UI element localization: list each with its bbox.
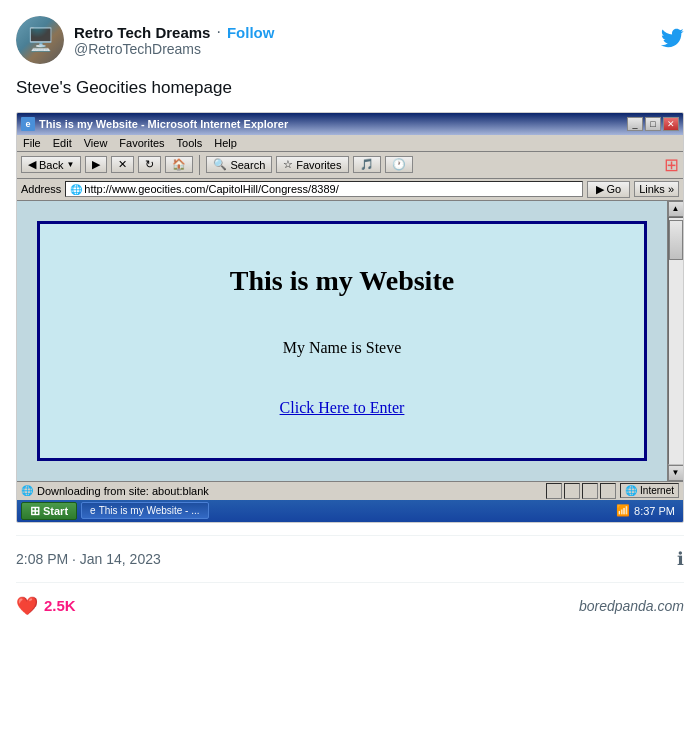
tweet-footer: 2:08 PM · Jan 14, 2023 ℹ <box>16 535 684 582</box>
history-icon: 🕐 <box>392 158 406 171</box>
search-button[interactable]: 🔍 Search <box>206 156 272 173</box>
stop-icon: ✕ <box>118 158 127 171</box>
media-icon: 🎵 <box>360 158 374 171</box>
status-icon: 🌐 <box>21 485 33 496</box>
like-count: 2.5K <box>44 597 76 614</box>
taskbar-item-label: This is my Website - ... <box>99 505 200 516</box>
status-panel-2 <box>564 483 580 499</box>
internet-zone-label: Internet <box>640 485 674 496</box>
winxp-logo: ⊞ <box>664 154 679 176</box>
follow-button[interactable]: Follow <box>227 24 275 41</box>
tweet-stats: ❤️ 2.5K boredpanda.com <box>16 582 684 629</box>
ie-taskbar-icon: e <box>90 505 96 516</box>
forward-arrow-icon: ▶ <box>92 158 100 171</box>
scroll-up-button[interactable]: ▲ <box>668 201 684 217</box>
go-label: Go <box>606 183 621 195</box>
geocities-page: This is my Website My Name is Steve Clic… <box>37 221 647 461</box>
menu-favorites[interactable]: Favorites <box>119 137 164 149</box>
status-panel-4 <box>600 483 616 499</box>
avatar-image: 🖥️ <box>16 16 64 64</box>
globe-icon: 🌐 <box>70 184 82 195</box>
stop-button[interactable]: ✕ <box>111 156 134 173</box>
favorites-button[interactable]: ☆ Favorites <box>276 156 348 173</box>
toolbar-separator-1 <box>199 155 200 175</box>
favorites-label: Favorites <box>296 159 341 171</box>
tweet-card: 🖥️ Retro Tech Dreams · Follow @RetroTech… <box>0 0 700 629</box>
browser-statusbar: 🌐 Downloading from site: about:blank 🌐 I… <box>17 481 683 500</box>
taskbar-clock: 📶 8:37 PM <box>612 504 679 517</box>
like-button[interactable]: ❤️ 2.5K <box>16 595 76 617</box>
address-input[interactable]: 🌐 http://www.geocities.com/CapitolHill/C… <box>65 181 583 197</box>
star-icon: ☆ <box>283 158 293 171</box>
browser-titlebar: e This is my Website - Microsoft Interne… <box>17 113 683 135</box>
browser-menubar: File Edit View Favorites Tools Help <box>17 135 683 152</box>
username: @RetroTechDreams <box>74 41 660 57</box>
search-label: Search <box>230 159 265 171</box>
clock-time: 8:37 PM <box>634 505 675 517</box>
menu-edit[interactable]: Edit <box>53 137 72 149</box>
info-icon[interactable]: ℹ <box>677 548 684 570</box>
browser-title-text: This is my Website - Microsoft Internet … <box>39 118 288 130</box>
start-button[interactable]: ⊞ Start <box>21 502 77 520</box>
internet-zone-icon: 🌐 <box>625 485 637 496</box>
menu-help[interactable]: Help <box>214 137 237 149</box>
display-name: Retro Tech Dreams <box>74 24 210 41</box>
maximize-button[interactable]: □ <box>645 117 661 131</box>
menu-tools[interactable]: Tools <box>177 137 203 149</box>
back-arrow-icon: ◀ <box>28 158 36 171</box>
browser-content: This is my Website My Name is Steve Clic… <box>17 201 667 481</box>
browser-toolbar: ◀ Back ▼ ▶ ✕ ↻ 🏠 🔍 Search ☆ <box>17 152 683 179</box>
taskbar-website-item[interactable]: e This is my Website - ... <box>81 502 209 519</box>
forward-button[interactable]: ▶ <box>85 156 107 173</box>
scroll-down-button[interactable]: ▼ <box>668 465 684 481</box>
minimize-button[interactable]: _ <box>627 117 643 131</box>
back-label: Back <box>39 159 63 171</box>
separator-dot: · <box>216 23 220 41</box>
browser-addressbar: Address 🌐 http://www.geocities.com/Capit… <box>17 179 683 201</box>
browser-scrollbar: ▲ ▼ <box>667 201 683 481</box>
geocities-page-title: This is my Website <box>230 265 454 297</box>
internet-zone-panel: 🌐 Internet <box>620 483 679 498</box>
winxp-logo-area: ⊞ <box>664 154 679 176</box>
refresh-button[interactable]: ↻ <box>138 156 161 173</box>
links-button[interactable]: Links » <box>634 181 679 197</box>
close-button[interactable]: ✕ <box>663 117 679 131</box>
geocities-enter-link[interactable]: Click Here to Enter <box>280 399 405 417</box>
heart-icon: ❤️ <box>16 595 38 617</box>
twitter-icon <box>660 26 684 54</box>
browser-screenshot: e This is my Website - Microsoft Interne… <box>16 112 684 523</box>
status-panels <box>546 483 616 499</box>
display-name-row: Retro Tech Dreams · Follow <box>74 23 660 41</box>
user-info: Retro Tech Dreams · Follow @RetroTechDre… <box>74 23 660 57</box>
dropdown-arrow-icon: ▼ <box>66 160 74 169</box>
scrollbar-track <box>668 217 684 465</box>
browser-content-area: This is my Website My Name is Steve Clic… <box>17 201 683 481</box>
geocities-name-line: My Name is Steve <box>283 339 402 357</box>
address-url: http://www.geocities.com/CapitolHill/Con… <box>84 183 338 195</box>
address-label: Address <box>21 183 61 195</box>
search-icon: 🔍 <box>213 158 227 171</box>
network-icon: 📶 <box>616 504 630 517</box>
status-panel-3 <box>582 483 598 499</box>
ie-icon: e <box>21 117 35 131</box>
refresh-icon: ↻ <box>145 158 154 171</box>
browser-title-area: e This is my Website - Microsoft Interne… <box>21 117 288 131</box>
back-button[interactable]: ◀ Back ▼ <box>21 156 81 173</box>
tweet-timestamp: 2:08 PM · Jan 14, 2023 <box>16 551 161 567</box>
go-arrow-icon: ▶ <box>596 183 604 196</box>
tweet-header: 🖥️ Retro Tech Dreams · Follow @RetroTech… <box>16 16 684 64</box>
history-button[interactable]: 🕐 <box>385 156 413 173</box>
tweet-text: Steve's Geocities homepage <box>16 76 684 100</box>
window-controls[interactable]: _ □ ✕ <box>627 117 679 131</box>
source-label: boredpanda.com <box>579 598 684 614</box>
home-icon: 🏠 <box>172 158 186 171</box>
media-button[interactable]: 🎵 <box>353 156 381 173</box>
home-button[interactable]: 🏠 <box>165 156 193 173</box>
statusbar-text: Downloading from site: about:blank <box>37 485 542 497</box>
start-label: Start <box>43 505 68 517</box>
go-button[interactable]: ▶ Go <box>587 181 630 198</box>
menu-view[interactable]: View <box>84 137 108 149</box>
scrollbar-thumb[interactable] <box>669 220 683 260</box>
menu-file[interactable]: File <box>23 137 41 149</box>
status-panel-1 <box>546 483 562 499</box>
